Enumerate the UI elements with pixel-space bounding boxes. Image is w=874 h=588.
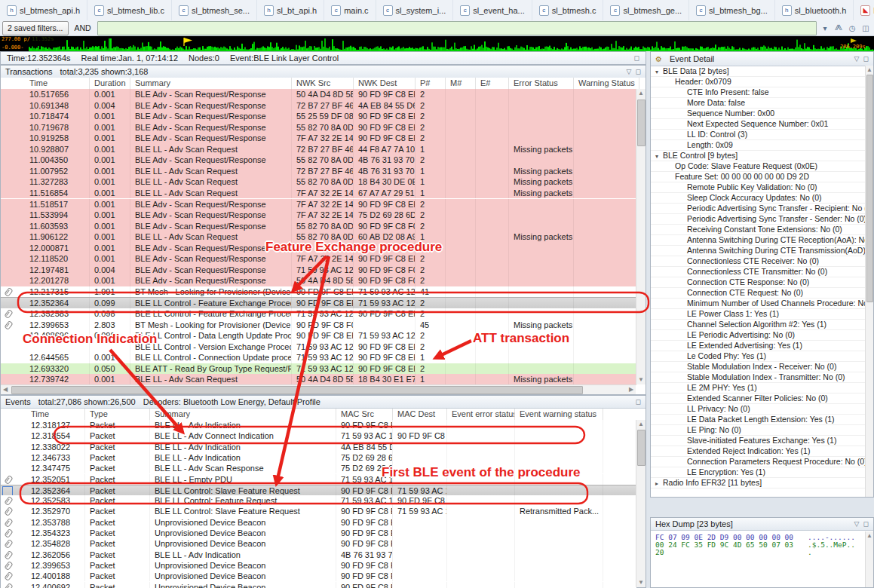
maximize-icon[interactable]: ◻ bbox=[634, 54, 639, 62]
table-row[interactable]: 12.3525830.098BLE LL Control - Feature E… bbox=[1, 308, 636, 320]
table-row[interactable]: 12.347475PacketBLE LL - Adv Scan Respons… bbox=[1, 463, 636, 473]
detail-tree-row[interactable]: Remote Public Key Validation: No (0) bbox=[651, 182, 866, 193]
editor-tab[interactable]: csl_event_ha... bbox=[453, 0, 532, 20]
hex-dump-scrollbar[interactable]: ▲ bbox=[865, 531, 873, 587]
table-row[interactable]: 12.354323PacketUnprovisioned Device Beac… bbox=[1, 528, 636, 538]
detail-tree-row[interactable]: CTE Info Present: false bbox=[651, 87, 866, 98]
apply-filter-icon[interactable]: ⨇ bbox=[833, 23, 844, 33]
events-vertical-scrollbar[interactable]: ▲ ▼ bbox=[636, 420, 646, 587]
table-row[interactable]: 12.1974810.004BLE Adv - Scan Request/Res… bbox=[1, 265, 636, 276]
detail-tree-row[interactable]: Connectionless CTE Receiver: No (0) bbox=[651, 256, 866, 267]
column-header[interactable]: P# bbox=[416, 78, 446, 89]
saved-filters-button[interactable]: 2 saved filters... bbox=[2, 21, 69, 35]
detail-tree-row[interactable]: LL ID: Control (3) bbox=[651, 129, 866, 140]
editor-tab[interactable]: hsl_bt_api.h bbox=[257, 0, 324, 20]
table-row[interactable]: 10.9288070.001BLE LL - Adv Scan Request7… bbox=[1, 144, 636, 155]
detail-tree-row[interactable]: ▾BLE Control [9 bytes] bbox=[651, 150, 866, 161]
detail-tree-row[interactable]: Feature Set: 00 00 00 00 00 00 D9 2D bbox=[651, 171, 866, 182]
table-row[interactable]: 11.3272830.001BLE LL - Adv Scan Request5… bbox=[1, 176, 636, 188]
table-row[interactable]: 12.346733PacketBLE LL - Adv Indication75… bbox=[1, 452, 636, 463]
table-row[interactable]: 12.1185200.001BLE Adv - Scan Request/Res… bbox=[1, 253, 636, 265]
table-row[interactable]: 11.5339940.001BLE Adv - Scan Request/Res… bbox=[1, 210, 636, 221]
maximize-icon[interactable]: ◻ bbox=[636, 398, 641, 406]
column-header[interactable]: M# bbox=[446, 78, 476, 89]
table-row[interactable]: 12.2173151.991BT Mesh - Looking for Prov… bbox=[1, 286, 636, 298]
editor-tab[interactable]: csl_btmesh_ge... bbox=[603, 0, 689, 20]
table-row[interactable]: 12.400188PacketUnprovisioned Device Beac… bbox=[1, 571, 636, 581]
table-row[interactable]: 12.338022PacketBLE LL - Adv Indication4A… bbox=[1, 442, 636, 452]
table-row[interactable]: 11.5185170.001BLE Adv - Scan Request/Res… bbox=[1, 199, 636, 210]
table-row[interactable]: 12.354828PacketUnprovisioned Device Beac… bbox=[1, 538, 636, 549]
detail-tree-row[interactable]: Extended Scanner Filter Policies: No (0) bbox=[651, 393, 866, 404]
transactions-horizontal-scrollbar[interactable]: ◀ ▶ bbox=[1, 384, 636, 394]
detail-tree-row[interactable]: Sequence Number: 0x00 bbox=[651, 108, 866, 119]
table-row[interactable]: 12.318554PacketBLE LL - Adv Connect Indi… bbox=[1, 430, 636, 441]
column-header[interactable]: Type bbox=[85, 409, 150, 420]
detail-tree-row[interactable]: LE Extended Advertising: Yes (1) bbox=[651, 340, 866, 351]
transactions-vertical-scrollbar[interactable]: ▲ ▼ bbox=[636, 89, 646, 384]
detail-tree-row[interactable]: Next Expected Sequence Number: 0x01 bbox=[651, 118, 866, 130]
editor-tab[interactable]: csl_btmesh_se... bbox=[172, 0, 257, 20]
detail-tree-row[interactable]: More Data: false bbox=[651, 97, 866, 109]
maximize-icon[interactable]: ◻ bbox=[636, 68, 641, 75]
table-row[interactable]: 12.399653PacketUnprovisioned Device Beac… bbox=[1, 560, 636, 571]
detail-tree-row[interactable]: Sleep Clock Accuracy Updates: No (0) bbox=[651, 192, 866, 204]
collapse-icon[interactable]: ▽ bbox=[854, 55, 860, 63]
column-header[interactable]: Warning Status bbox=[574, 78, 639, 89]
column-header[interactable]: Time bbox=[25, 78, 90, 89]
column-header[interactable]: NWK Src bbox=[292, 78, 354, 89]
table-row[interactable]: 12.6445650.001BLE LL Control - Connectio… bbox=[1, 352, 636, 363]
editor-tab[interactable]: csl_btmesh_lib.c bbox=[87, 0, 172, 20]
column-header[interactable]: MAC Src bbox=[336, 409, 393, 420]
detail-tree-row[interactable]: LE Data Packet Length Extension: Yes (1) bbox=[651, 414, 866, 425]
event-detail-scrollbar[interactable]: ▲ bbox=[865, 66, 873, 497]
clock-icon[interactable]: ◷ bbox=[847, 23, 857, 33]
table-row[interactable]: 12.352970PacketBLE LL Control: Slave Fea… bbox=[1, 506, 636, 516]
column-header[interactable]: Error Status bbox=[509, 78, 574, 89]
table-row[interactable]: 12.6933200.050BLE ATT - Read By Group Ty… bbox=[1, 363, 636, 375]
detail-tree-row[interactable]: Connectionless CTE Transmitter: No (0) bbox=[651, 266, 866, 277]
maximize-icon[interactable]: ◻ bbox=[863, 520, 869, 528]
detail-tree-row[interactable]: Antenna Switching During CTE Transmissio… bbox=[651, 245, 866, 256]
table-row[interactable]: 12.362056PacketBLE LL - Adv Indication4B… bbox=[1, 550, 636, 560]
table-row[interactable]: 12.7397420.001BLE LL - Adv Scan Request5… bbox=[1, 374, 636, 385]
column-header[interactable]: NWK Dest bbox=[354, 78, 416, 89]
table-row[interactable]: 12.4986960.098BLE LL Control - Data Leng… bbox=[1, 330, 636, 341]
editor-tab[interactable]: csl_btmesh.c bbox=[532, 0, 604, 20]
collapse-icon[interactable]: ▽ bbox=[627, 68, 632, 75]
detail-tree-row[interactable]: ▸Radio Info EFR32 [11 bytes] bbox=[651, 477, 866, 488]
table-row[interactable]: 12.0008710.001BLE Adv - Scan Request/Res… bbox=[1, 243, 636, 254]
detail-tree-row[interactable]: Length: 0x09 bbox=[651, 139, 866, 151]
table-row[interactable]: 12.2012780.001BLE Adv - Scan Request/Res… bbox=[1, 275, 636, 286]
detail-tree-row[interactable]: LE Power Class 1: Yes (1) bbox=[651, 308, 866, 320]
detail-tree-row[interactable]: Le Coded Phy: Yes (1) bbox=[651, 351, 866, 362]
history-icon[interactable]: ◫ bbox=[860, 23, 871, 33]
table-row[interactable]: 10.7196780.001BLE Adv - Scan Request/Res… bbox=[1, 122, 636, 133]
table-row[interactable]: 12.3996532.803BT Mesh - Looking for Prov… bbox=[1, 320, 636, 331]
detail-tree-row[interactable]: Periodic Advertising Sync Transfer - Rec… bbox=[651, 203, 866, 214]
detail-tree-row[interactable]: Minimum Number of Used Channels Procedur… bbox=[651, 298, 866, 309]
table-row[interactable]: 12.353788PacketUnprovisioned Device Beac… bbox=[1, 517, 636, 528]
detail-tree-row[interactable]: Header: 0x0709 bbox=[651, 76, 866, 87]
editor-tab[interactable]: csl_btmesh_bg... bbox=[689, 0, 775, 20]
column-header[interactable]: Summary bbox=[150, 409, 336, 420]
detail-tree-row[interactable]: LE Ping: No (0) bbox=[651, 424, 866, 436]
table-row[interactable]: 12.318127PacketBLE LL - Adv Indication90… bbox=[1, 420, 636, 430]
table-row[interactable]: 12.352051PacketBLE LL - Empty PDU71 59 9… bbox=[1, 474, 636, 485]
table-row[interactable]: 12.352583PacketBLE LL Control: Feature R… bbox=[1, 495, 636, 506]
capture-timeline-waveform[interactable]: 277.00 p/ -0.000- 11.352s 286.209s bbox=[0, 36, 874, 51]
detail-tree-row[interactable]: LE Encryption: Yes (1) bbox=[651, 467, 866, 478]
maximize-icon[interactable]: ◻ bbox=[863, 55, 869, 63]
column-header[interactable]: Event error status bbox=[447, 409, 515, 420]
column-header[interactable]: MAC Dest bbox=[393, 409, 447, 420]
detail-tree-row[interactable]: LE Periodic Advertising: No (0) bbox=[651, 329, 866, 341]
table-row[interactable]: 11.5168540.001BLE LL - Adv Scan Request7… bbox=[1, 188, 636, 199]
editor-tab[interactable]: hsl_btmesh_api.h bbox=[0, 0, 87, 20]
column-header[interactable]: Summary bbox=[130, 78, 292, 89]
detail-tree-row[interactable]: Stable Modulation Index - Transmitter: N… bbox=[651, 372, 866, 383]
detail-tree-row[interactable]: LL Privacy: No (0) bbox=[651, 403, 866, 415]
detail-tree-row[interactable]: Slave-initiated Features Exchange: Yes (… bbox=[651, 435, 866, 446]
column-header[interactable]: Event warning status bbox=[515, 409, 603, 420]
detail-tree-row[interactable]: Channel Selection Algorithm #2: Yes (1) bbox=[651, 319, 866, 330]
table-row[interactable]: 10.6913480.004BLE Adv - Scan Request/Res… bbox=[1, 100, 636, 112]
